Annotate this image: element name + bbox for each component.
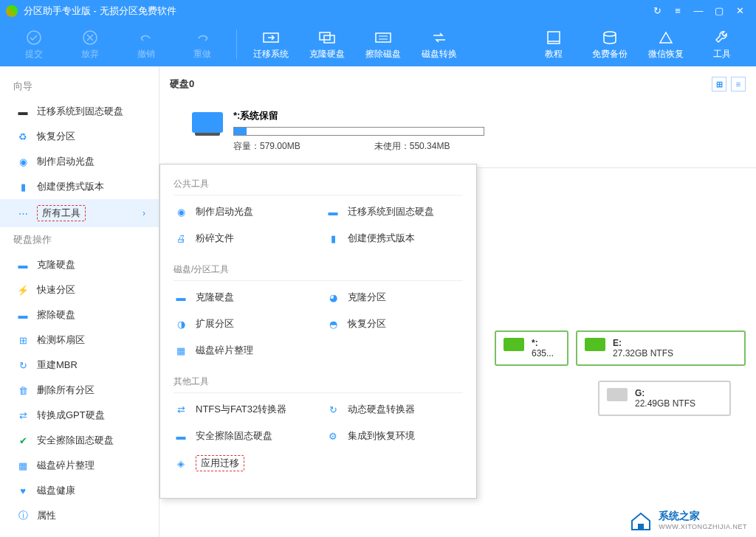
all-tools-popup: 公共工具 ◉制作启动光盘 ▬迁移系统到固态硬盘 🖨粉碎文件 ▮创建便携式版本 磁… <box>159 164 477 499</box>
sidebar-item-convert-gpt[interactable]: ⇄转换成GPT硬盘 <box>0 403 159 428</box>
wechat-recovery-button[interactable]: 微信恢复 <box>641 24 691 64</box>
partition-swatch <box>607 388 628 401</box>
watermark: 系统之家WWW.XITONGZHIJIA.NET <box>628 509 747 531</box>
popup-item-ntfs-fat32[interactable]: ⇄NTFS与FAT32转换器 <box>173 399 311 420</box>
popup-item-integrate-recovery[interactable]: ⚙集成到恢复环境 <box>326 426 463 446</box>
x-circle-icon <box>81 29 99 46</box>
svg-rect-8 <box>638 524 644 530</box>
separator <box>236 30 237 59</box>
triangle-icon <box>657 29 675 46</box>
eraser-icon <box>374 29 392 46</box>
popup-item-defrag[interactable]: ▦磁盘碎片整理 <box>173 340 311 361</box>
popup-item-recover-partition[interactable]: ◓恢复分区 <box>326 313 463 334</box>
partition-card-e[interactable]: E:27.32GB NTFS <box>576 330 746 366</box>
sidebar-item-all-tools[interactable]: ⋯所有工具› <box>0 199 159 227</box>
sidebar-item-disk-health[interactable]: ♥磁盘健康 <box>0 478 159 503</box>
minimize-button[interactable]: — <box>688 0 709 22</box>
sidebar-item-erase-disk[interactable]: ▬擦除硬盘 <box>0 302 159 328</box>
erase-icon: ▬ <box>173 429 188 443</box>
recover-icon: ♻ <box>16 130 30 143</box>
disk-title: 硬盘0 <box>170 77 194 91</box>
shred-icon: 🖨 <box>173 231 188 246</box>
popup-item-secure-erase-ssd[interactable]: ▬安全擦除固态硬盘 <box>173 426 311 446</box>
wrench-icon <box>713 29 731 46</box>
commit-button[interactable]: 提交 <box>9 24 59 64</box>
popup-item-boot-disc[interactable]: ◉制作启动光盘 <box>173 201 311 222</box>
sidebar-item-recover-partition[interactable]: ♻恢复分区 <box>0 124 159 149</box>
refresh-icon[interactable]: ↻ <box>647 0 667 22</box>
sidebar-item-quick-partition[interactable]: ⚡快速分区 <box>0 277 159 302</box>
app-logo-icon <box>6 5 18 17</box>
popup-section-public: 公共工具 <box>173 173 463 195</box>
partition-card[interactable]: *:系统保留 容量：579.00MB 未使用：550.34MB <box>192 109 746 153</box>
sidebar-item-portable[interactable]: ▮创建便携式版本 <box>0 174 159 199</box>
partition-name: *:系统保留 <box>233 109 484 122</box>
wipe-disk-button[interactable]: 擦除磁盘 <box>358 24 408 64</box>
disk-panel: 硬盘0 ⊞ ≡ *:系统保留 容量：579.00MB 未使用：550.34MB <box>159 66 756 168</box>
popup-item-clone-partition[interactable]: ◕克隆分区 <box>326 287 463 308</box>
popup-item-extend-partition[interactable]: ◑扩展分区 <box>173 313 311 334</box>
check-icon: ⊞ <box>16 333 30 347</box>
sidebar-item-defrag[interactable]: ▦磁盘碎片整理 <box>0 453 159 478</box>
popup-item-app-migrate[interactable]: ◈应用迁移 <box>173 452 311 474</box>
sidebar-item-clone-disk[interactable]: ▬克隆硬盘 <box>0 252 159 277</box>
tutorial-button[interactable]: 教程 <box>529 24 579 64</box>
redo-button[interactable]: 重做 <box>177 24 227 64</box>
menu-icon[interactable]: ≡ <box>667 0 688 22</box>
sidebar-item-boot-disc[interactable]: ◉制作启动光盘 <box>0 149 159 174</box>
sidebar-item-rebuild-mbr[interactable]: ↻重建MBR <box>0 353 159 378</box>
clone-disk-icon: ▬ <box>16 258 30 271</box>
sidebar: 向导 ▬迁移系统到固态硬盘 ♻恢复分区 ◉制作启动光盘 ▮创建便携式版本 ⋯所有… <box>0 66 159 537</box>
rebuild-icon: ↻ <box>16 358 30 372</box>
popup-item-shred[interactable]: 🖨粉碎文件 <box>173 228 311 249</box>
sidebar-item-delete-all[interactable]: 🗑删除所有分区 <box>0 378 159 403</box>
free-backup-button[interactable]: 免费备份 <box>585 24 635 64</box>
sidebar-item-migrate-ssd[interactable]: ▬迁移系统到固态硬盘 <box>0 99 159 124</box>
maximize-button[interactable]: ▢ <box>709 0 729 22</box>
convert-icon: ⇄ <box>173 402 188 417</box>
undo-icon <box>137 29 155 46</box>
convert-disk-button[interactable]: 磁盘转换 <box>414 24 464 64</box>
sidebar-item-properties[interactable]: ⓘ属性 <box>0 503 159 528</box>
discard-button[interactable]: 放弃 <box>65 24 115 64</box>
popup-item-portable[interactable]: ▮创建便携式版本 <box>326 228 463 249</box>
svg-rect-5 <box>376 33 391 42</box>
shield-icon: ✔ <box>16 434 30 447</box>
disc-icon: ◉ <box>16 155 30 168</box>
close-button[interactable]: ✕ <box>729 0 750 22</box>
popup-item-dynamic-converter[interactable]: ↻动态硬盘转换器 <box>326 399 463 420</box>
disc-icon: ◉ <box>173 204 188 219</box>
chevron-right-icon: › <box>142 208 145 218</box>
partition-card-g[interactable]: G:22.49GB NTFS <box>598 381 731 416</box>
sidebar-item-bad-sector[interactable]: ⊞检测坏扇区 <box>0 328 159 353</box>
svg-rect-4 <box>324 35 334 43</box>
disk-row-1: *:635... E:27.32GB NTFS <box>484 323 756 373</box>
house-icon <box>628 509 654 531</box>
usage-bar <box>233 127 484 136</box>
migrate-system-button[interactable]: 迁移系统 <box>246 24 296 64</box>
list-view-icon[interactable]: ≡ <box>731 77 746 91</box>
undo-button[interactable]: 撤销 <box>121 24 171 64</box>
trash-icon: 🗑 <box>16 384 30 397</box>
unused-text: 未使用：550.34MB <box>374 140 450 153</box>
backup-icon <box>601 29 619 46</box>
usb-icon: ▮ <box>16 180 30 193</box>
sidebar-item-secure-erase-ssd[interactable]: ✔安全擦除固态硬盘 <box>0 428 159 453</box>
extend-icon: ◑ <box>173 316 188 331</box>
tools-button[interactable]: 工具 <box>697 24 747 64</box>
box-icon: ◈ <box>173 456 188 471</box>
partition-swatch <box>585 338 605 351</box>
popup-item-clone-disk[interactable]: ▬克隆硬盘 <box>173 287 311 308</box>
usb-icon: ▮ <box>326 231 340 246</box>
main-panel: 硬盘0 ⊞ ≡ *:系统保留 容量：579.00MB 未使用：550.34MB <box>159 66 756 537</box>
toolbar: 提交 放弃 撤销 重做 迁移系统 克隆硬盘 擦除磁盘 磁盘转换 教程 免费备份 … <box>0 22 756 66</box>
grid-view-icon[interactable]: ⊞ <box>712 77 726 91</box>
popup-item-migrate-ssd[interactable]: ▬迁移系统到固态硬盘 <box>326 201 463 222</box>
clone-disk-button[interactable]: 克隆硬盘 <box>302 24 352 64</box>
recover-icon: ◓ <box>326 316 340 331</box>
info-icon: ⓘ <box>16 509 30 522</box>
partition-card-star[interactable]: *:635... <box>495 330 568 366</box>
diskops-header: 硬盘操作 <box>0 227 159 252</box>
migrate-icon <box>262 29 280 46</box>
gpt-icon: ⇄ <box>16 409 30 422</box>
